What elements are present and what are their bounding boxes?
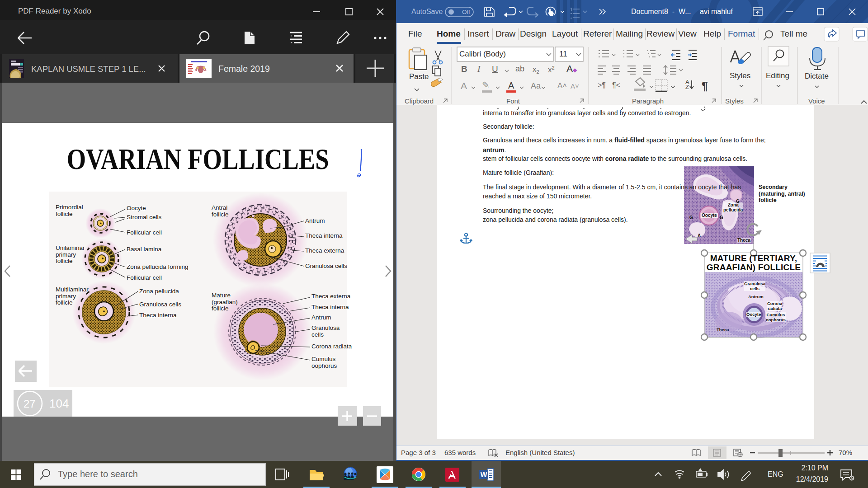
svg-text:W: W — [480, 471, 487, 479]
